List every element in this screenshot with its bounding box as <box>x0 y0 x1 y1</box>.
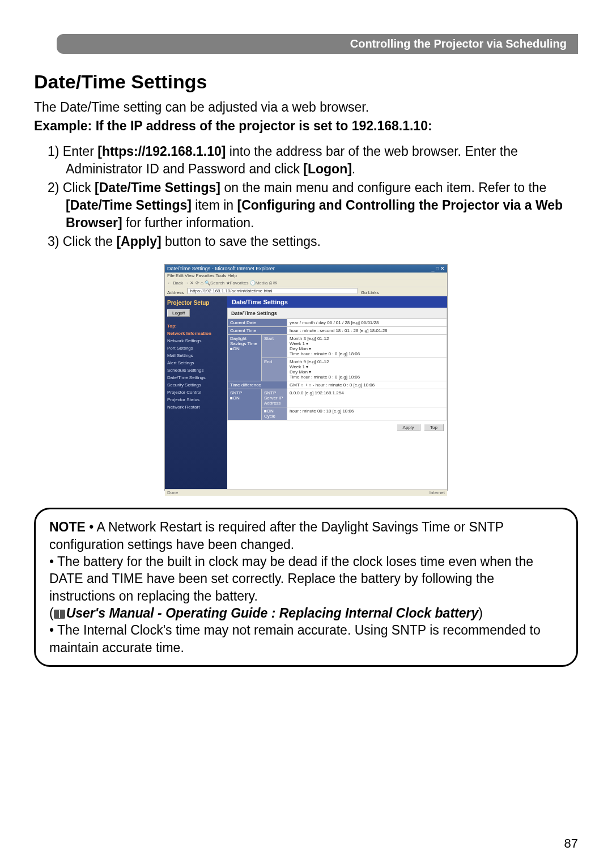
sidebar-item[interactable]: Network Settings <box>167 337 225 344</box>
cycle-label: ■ON Cycle <box>262 407 287 420</box>
sidebar-item[interactable]: Network Restart <box>167 403 225 411</box>
sidebar: Projector Setup Logoff Top: Network Info… <box>165 296 227 489</box>
panel-title: Date/Time Settings <box>227 296 447 308</box>
manual-reference: User's Manual - Operating Guide : Replac… <box>66 606 479 620</box>
dst-on-toggle[interactable]: ■ON <box>230 346 240 351</box>
sidebar-item[interactable]: Security Settings <box>167 381 225 389</box>
sidebar-item[interactable]: Projector Status <box>167 396 225 403</box>
current-time-label: Current Time <box>228 327 287 335</box>
browser-screenshot: Date/Time Settings - Microsoft Internet … <box>164 264 448 491</box>
note-label: NOTE <box>49 520 86 534</box>
sidebar-item[interactable]: Mail Settings <box>167 352 225 359</box>
timediff-label: Time difference <box>228 381 287 389</box>
page-number: 87 <box>564 836 578 851</box>
sidebar-item[interactable]: Date/Time Settings <box>167 374 225 381</box>
page-title: Date/Time Settings <box>34 71 578 93</box>
section-header: Controlling the Projector via Scheduling <box>57 34 578 54</box>
tool-bar: ← Back → ✕ ⟳ ⌂ 🔍Search ★Favorites 🕘Media… <box>165 279 447 287</box>
dst-label: Daylight Savings Time ■ON <box>228 335 262 381</box>
menu-bar: File Edit View Favorites Tools Help <box>165 273 447 279</box>
sntp-server-value[interactable]: 0.0.0.0 [e.g] 192.168.1.254 <box>287 389 447 407</box>
current-time-value[interactable]: hour : minute : second 18 : 01 : 28 [e.g… <box>287 327 447 335</box>
current-date-value[interactable]: year / month / day 06 / 01 / 28 [e.g] 06… <box>287 319 447 327</box>
sidebar-item[interactable]: Projector Control <box>167 389 225 396</box>
step-2: 2) Click [Date/Time Settings] on the mai… <box>34 179 578 232</box>
sntp-server-label: SNTP Server IP Address <box>262 389 287 407</box>
sntp-label: SNTP ■ON <box>228 389 262 420</box>
address-field[interactable]: https://192.168.1.10/admin/datetime.html <box>188 288 358 294</box>
dst-start-value[interactable]: Month 3 [e.g] 01-12 Week 1 ▾ Day Mon ▾ T… <box>287 335 447 358</box>
dst-end-label: End <box>262 358 287 381</box>
book-icon <box>54 610 65 619</box>
dst-start-label: Start <box>262 335 287 358</box>
steps-list: 1) Enter [https://192.168.1.10] into the… <box>34 143 578 250</box>
current-date-label: Current Date <box>228 319 287 327</box>
nav-network-info[interactable]: Network Information <box>167 331 225 336</box>
main-panel: Date/Time Settings Date/Time Settings Cu… <box>227 296 447 489</box>
sntp-on-toggle[interactable]: ■ON <box>230 395 240 401</box>
table-header: Date/Time Settings <box>228 308 447 319</box>
nav-top: Top: <box>167 324 225 329</box>
status-bar: Done Internet <box>165 489 447 496</box>
sidebar-item[interactable]: Port Settings <box>167 344 225 352</box>
example-line: Example: If the IP address of the projec… <box>34 118 578 134</box>
sidebar-item[interactable]: Schedule Settings <box>167 367 225 374</box>
cycle-value[interactable]: hour : minute 00 : 10 [e.g] 18:06 <box>287 407 447 420</box>
timediff-value[interactable]: GMT ○ + ○ - hour : minute 0 : 0 [e.g] 18… <box>287 381 447 389</box>
apply-button[interactable]: Apply <box>397 424 420 431</box>
step-3: 3) Click the [Apply] button to save the … <box>34 233 578 250</box>
note-box: NOTE • A Network Restart is required aft… <box>34 508 578 667</box>
address-bar: Address https://192.168.1.10/admin/datet… <box>165 287 447 296</box>
window-titlebar: Date/Time Settings - Microsoft Internet … <box>165 265 447 273</box>
logoff-button[interactable]: Logoff <box>167 309 190 317</box>
top-button[interactable]: Top <box>424 424 444 431</box>
sidebar-item[interactable]: Alert Settings <box>167 359 225 367</box>
step-1: 1) Enter [https://192.168.1.10] into the… <box>34 143 578 178</box>
intro-text: The Date/Time setting can be adjusted vi… <box>34 99 578 116</box>
settings-table: Date/Time Settings Current Date year / m… <box>227 308 447 420</box>
setup-title: Projector Setup <box>167 300 225 306</box>
cycle-on-toggle[interactable]: ■ON <box>264 409 274 414</box>
dst-end-value[interactable]: Month 9 [e.g] 01-12 Week 1 ▾ Day Mon ▾ T… <box>287 358 447 381</box>
window-controls-icon: _ □ ✕ <box>432 266 445 271</box>
window-title: Date/Time Settings - Microsoft Internet … <box>167 266 275 271</box>
